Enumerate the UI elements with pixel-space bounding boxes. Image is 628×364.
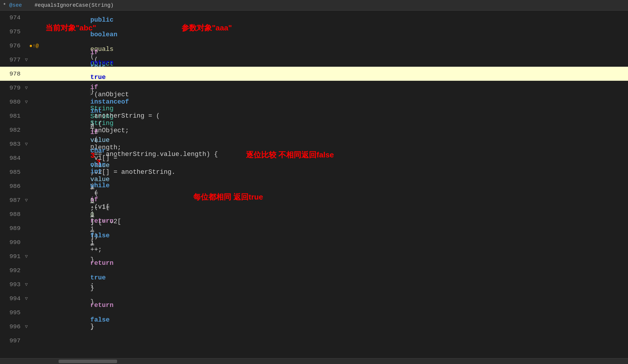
top-bar: * @see #equalsIgnoreCase(String)	[0, 0, 628, 11]
code-line[interactable]: i ++;	[38, 235, 628, 249]
line-number: 993	[0, 281, 23, 288]
code-line[interactable]: }	[38, 291, 628, 305]
code-line[interactable]: char v2[] = anotherString. value ;	[38, 165, 628, 179]
line-number: 974	[0, 14, 23, 21]
table-row: 995 return false ;	[0, 305, 628, 320]
code-line[interactable]: return false ;	[38, 305, 628, 320]
line-number: 986	[0, 183, 23, 190]
line-number: 989	[0, 225, 23, 232]
line-number: 985	[0, 169, 23, 176]
line-number: 994	[0, 295, 23, 302]
line-number: 996	[0, 323, 23, 330]
code-area: 当前对象"abc" 参数对象"aaa" 逐位比较 不相同返回false 每位都相…	[0, 11, 628, 358]
gutter-icon-976: ●↑@	[29, 43, 39, 49]
line-number: 991	[0, 253, 23, 260]
line-number: 997	[0, 337, 23, 344]
code-line[interactable]: }	[38, 277, 628, 291]
code-line[interactable]: return true ;	[38, 263, 628, 277]
line-number: 995	[0, 309, 23, 316]
code-line[interactable]: }	[38, 249, 628, 263]
code-line[interactable]: if ( this == anObject) {	[38, 53, 628, 67]
line-number: 977	[0, 56, 23, 63]
line-number: 982	[0, 127, 23, 133]
editor-container: * @see #equalsIgnoreCase(String) 当前对象"ab…	[0, 0, 628, 364]
top-bar-text: * @see #equalsIgnoreCase(String)	[3, 2, 114, 8]
line-number: 984	[0, 155, 23, 162]
line-number: 975	[0, 28, 23, 35]
line-number: 983	[0, 141, 23, 147]
table-row: 997	[0, 334, 628, 348]
line-number: 980	[0, 99, 23, 105]
line-number: 976	[0, 42, 23, 49]
code-line[interactable]: }	[38, 320, 628, 334]
line-number: 978	[0, 71, 23, 77]
line-number: 990	[0, 239, 23, 246]
line-number: 992	[0, 267, 23, 274]
table-row: 996 ▽ }	[0, 320, 628, 334]
line-number: 981	[0, 113, 23, 119]
code-line	[38, 334, 628, 348]
line-number: 987	[0, 197, 23, 204]
line-number: 988	[0, 211, 23, 218]
line-number: 979	[0, 85, 23, 91]
horizontal-scrollbar[interactable]	[0, 358, 628, 364]
scrollbar-thumb[interactable]	[59, 360, 117, 363]
